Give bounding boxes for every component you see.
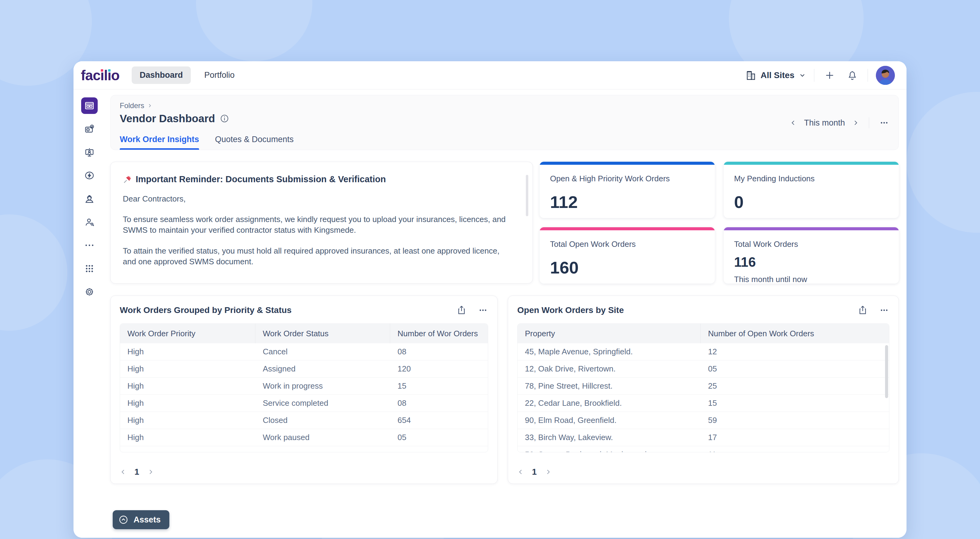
reminder-card: Important Reminder: Documents Submission… — [110, 162, 533, 284]
notifications-bell-button[interactable] — [845, 68, 860, 83]
sidebar-item-energy[interactable] — [81, 167, 98, 184]
tab-quotes-documents[interactable]: Quotes & Documents — [215, 135, 294, 150]
table-body: 45, Maple Avenue, Springfield.12 12, Oak… — [517, 343, 889, 452]
kpi-card-open-high-priority: Open & High Priority Work Orders 112 — [539, 162, 715, 218]
page-title: Vendor Dashboard — [120, 112, 215, 125]
export-icon[interactable] — [456, 305, 467, 315]
assets-button[interactable]: Assets — [113, 510, 169, 529]
table-row[interactable]: 56, Spruce Boulevard, Maplewood11 — [517, 446, 889, 452]
settings-icon — [84, 286, 95, 297]
kpi-card-pending-inductions: My Pending Inductions 0 — [724, 162, 899, 218]
breadcrumb[interactable]: Folders — [120, 101, 152, 110]
reminder-paragraph-2: To attain the verified status, you must … — [123, 246, 512, 267]
table-row[interactable]: HighWork in progress15 — [120, 378, 488, 395]
topbar-right-cluster: All Sites — [745, 66, 895, 85]
kpi-card-total-work-orders: Total Work Orders 116 This month until n… — [724, 227, 899, 284]
energy-icon — [84, 170, 95, 181]
table-row[interactable]: HighCancel08 — [120, 343, 488, 361]
table-row[interactable]: HighClosed654 — [120, 412, 488, 429]
reminder-paragraph-1: To ensure seamless work order assignment… — [123, 214, 512, 235]
table-body: HighCancel08 HighAssigned120 HighWork in… — [120, 343, 488, 452]
tab-dashboard[interactable]: Dashboard — [132, 67, 191, 84]
sidebar-item-apps[interactable] — [81, 260, 98, 277]
left-sidebar — [73, 89, 105, 538]
chevron-right-icon[interactable] — [852, 119, 859, 126]
top-nav-tabs: Dashboard Portfolio — [132, 67, 235, 84]
chevron-down-icon — [799, 72, 806, 79]
sidebar-item-finance[interactable] — [81, 121, 98, 137]
user-avatar[interactable] — [876, 66, 895, 85]
tab-work-order-insights[interactable]: Work Order Insights — [120, 135, 199, 150]
sidebar-item-vendors[interactable] — [81, 191, 98, 207]
reminder-scrollbar[interactable] — [526, 175, 528, 216]
dashboard-icon — [84, 100, 95, 111]
reminder-title-text: Important Reminder: Documents Submission… — [136, 174, 386, 184]
column-header: Work Order Priority — [120, 324, 255, 343]
page-number[interactable]: 1 — [532, 467, 537, 477]
kpi-grid: Open & High Priority Work Orders 112 My … — [539, 162, 899, 284]
page-next-icon[interactable] — [545, 469, 552, 475]
tab-portfolio[interactable]: Portfolio — [204, 70, 235, 80]
table-row[interactable]: 12, Oak Drive, Rivertown.05 — [517, 361, 889, 378]
kpi-subtitle: This month until now — [734, 275, 888, 284]
bg-decor-circle — [196, 0, 312, 61]
table-row[interactable]: HighService completed08 — [120, 395, 488, 412]
facilio-logo: facılıo — [81, 67, 119, 84]
dashboard-tabs: Work Order Insights Quotes & Documents — [120, 135, 294, 150]
more-options-icon[interactable] — [478, 305, 488, 315]
divider — [869, 117, 869, 128]
user-key-icon — [84, 216, 95, 227]
table-scrollbar[interactable] — [885, 345, 888, 398]
card-title: Open Work Orders by Site — [517, 305, 624, 315]
bg-decor-circle — [907, 92, 980, 233]
open-orders-by-site-card: Open Work Orders by Site — [508, 296, 899, 484]
pagination: 1 — [120, 467, 154, 477]
table-row[interactable]: HighWork paused05 — [120, 429, 488, 446]
table-row[interactable]: HighAssigned120 — [120, 361, 488, 378]
apps-grid-icon — [84, 263, 95, 274]
page-number[interactable]: 1 — [134, 467, 139, 477]
table-row[interactable]: 90, Elm Road, Greenfield.59 — [517, 412, 889, 429]
kpi-label: Total Open Work Orders — [550, 240, 705, 249]
app-window: facılıo Dashboard Portfolio All Sites — [73, 61, 907, 538]
period-selector: This month — [790, 117, 889, 128]
top-bar: facılıo Dashboard Portfolio All Sites — [73, 61, 907, 89]
table-header: Property Number of Open Work Orders — [517, 324, 889, 343]
export-icon[interactable] — [858, 305, 868, 315]
column-header: Number of Wor Orders — [390, 324, 488, 343]
table-row[interactable]: 33, Birch Way, Lakeview.17 — [517, 429, 889, 446]
sidebar-item-workforce[interactable] — [81, 214, 98, 230]
building-icon — [745, 70, 756, 81]
kpi-color-bar — [724, 227, 899, 230]
card-title: Work Orders Grouped by Priority & Status — [120, 305, 291, 315]
more-icon — [84, 240, 95, 251]
more-options-icon[interactable] — [879, 305, 889, 315]
kpi-label: Open & High Priority Work Orders — [550, 174, 705, 183]
period-label[interactable]: This month — [804, 118, 845, 128]
page-prev-icon[interactable] — [517, 469, 524, 475]
sidebar-item-settings[interactable] — [81, 284, 98, 300]
more-options-icon[interactable] — [879, 118, 889, 128]
priority-status-card: Work Orders Grouped by Priority & Status — [110, 296, 498, 484]
page-next-icon[interactable] — [147, 469, 154, 475]
main-content: Folders Vendor Dashboard Work Order Insi… — [105, 89, 907, 538]
chevron-left-icon[interactable] — [790, 119, 797, 126]
reminder-greeting: Dear Contractors, — [123, 194, 512, 204]
sidebar-item-inductions[interactable] — [81, 144, 98, 161]
kpi-label: Total Work Orders — [734, 240, 888, 249]
kpi-label: My Pending Inductions — [734, 174, 888, 183]
sidebar-item-more[interactable] — [81, 237, 98, 254]
camera-dollar-icon — [84, 123, 95, 134]
table-row[interactable]: 45, Maple Avenue, Springfield.12 — [517, 343, 889, 361]
table-row[interactable]: 78, Pine Street, Hillcrest.25 — [517, 378, 889, 395]
site-selector-label: All Sites — [761, 70, 794, 80]
breadcrumb-folders[interactable]: Folders — [120, 101, 144, 110]
sidebar-item-dashboard[interactable] — [81, 97, 98, 114]
site-selector[interactable]: All Sites — [745, 70, 806, 81]
table-row[interactable]: 22, Cedar Lane, Brookfield.15 — [517, 395, 889, 412]
info-icon[interactable] — [220, 114, 229, 123]
page-prev-icon[interactable] — [120, 469, 126, 475]
kpi-card-total-open: Total Open Work Orders 160 — [539, 227, 715, 284]
kpi-color-bar — [724, 162, 899, 165]
create-plus-button[interactable] — [822, 68, 837, 83]
